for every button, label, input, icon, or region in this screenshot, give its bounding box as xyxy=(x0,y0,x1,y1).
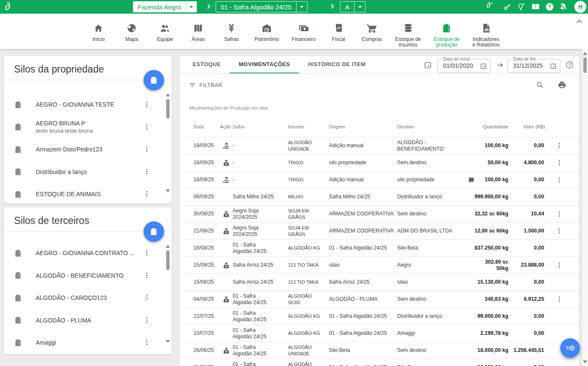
item-menu-button[interactable] xyxy=(146,193,147,195)
row-menu-button[interactable] xyxy=(559,179,560,180)
lightbulb-idea-icon[interactable] xyxy=(516,2,526,12)
notifications-off-icon[interactable] xyxy=(559,2,568,12)
scroll-down-icon[interactable] xyxy=(166,340,170,343)
calendar-icon xyxy=(480,62,487,70)
farm-selector[interactable]: Fazenda Aegro xyxy=(133,1,197,12)
silo-list-item[interactable]: AEGRO - GIOVANNA TESTE xyxy=(4,93,165,116)
table-row[interactable]: 09/09/25 Safra Milho 24/25 MILHO Safra M… xyxy=(179,188,579,205)
chevron-down-icon xyxy=(358,6,362,8)
item-menu-button[interactable] xyxy=(146,275,147,276)
season-selector[interactable]: 01 - Safra Algodão 24/25 xyxy=(216,1,308,12)
item-menu-button[interactable] xyxy=(146,252,147,253)
scroll-up-icon[interactable] xyxy=(166,245,170,248)
table-row[interactable]: 04/08/25 01 - Safra Algodão 24/25 ALGODÃ… xyxy=(179,290,579,308)
comment-flag-icon[interactable] xyxy=(468,177,475,183)
help-icon[interactable]: ? xyxy=(545,2,554,12)
tab-movimentacoes[interactable]: MOVIMENTAÇÕES xyxy=(230,56,299,73)
help-icon[interactable]: ? xyxy=(565,61,574,69)
nav-item-indicadores[interactable]: Indicadores e Relatórios xyxy=(473,23,500,48)
scrollbar-thumb[interactable] xyxy=(166,250,170,270)
silo-list-item[interactable]: Distribuidor a lanço xyxy=(4,161,165,183)
date-end-field[interactable]: Data de fim 31/12/2025 xyxy=(507,59,560,73)
table-row[interactable]: 30/08/25 Aegro Soja 2024/2025 SOJA EM GR… xyxy=(179,205,579,222)
silos-terceiros-card: Silos de terceiros AEGRO - GIOVANNA CONT… xyxy=(3,207,172,354)
scroll-up-icon[interactable] xyxy=(166,93,170,96)
silo-list-item[interactable]: ALGODÃO - BENEFICIAMENTO xyxy=(4,264,165,287)
row-menu-button[interactable] xyxy=(559,264,560,266)
farm-selector-dropdown[interactable] xyxy=(186,1,197,12)
item-menu-button[interactable] xyxy=(146,171,147,172)
table-row[interactable]: 19/08/25 01 - Safra Algodão 24/25 ALGODÃ… xyxy=(179,239,579,256)
wheat-icon xyxy=(226,23,237,34)
date-start-label: Data de início xyxy=(441,56,472,61)
table-row[interactable]: 22/07/25 01 - Safra Algodão 24/25 ALGODÃ… xyxy=(179,308,579,325)
cell-valor: 0,00 xyxy=(508,313,545,320)
nav-item-compras[interactable]: Compras xyxy=(362,23,383,42)
table-row[interactable]: 10/07/25 01 - Safra Algodão 24/25 ALGODÃ… xyxy=(179,325,579,342)
collapse-navbar-icon[interactable] xyxy=(576,20,582,25)
print-icon[interactable] xyxy=(558,81,566,89)
nav-item-safras[interactable]: Safras xyxy=(221,23,242,42)
scrollbar-thumb[interactable] xyxy=(583,58,587,73)
area-selector-dropdown[interactable] xyxy=(354,2,365,12)
row-menu-button[interactable] xyxy=(559,213,560,215)
table-row[interactable]: 21/08/25 Aegro Soja 2024/2025 SOJA EM GR… xyxy=(179,222,579,239)
add-silo-terceiros-button[interactable] xyxy=(144,221,164,242)
row-menu-button[interactable] xyxy=(559,299,560,300)
tab-estoque[interactable]: ESTOQUE xyxy=(184,56,230,73)
nav-item-equipe[interactable]: Equipe xyxy=(155,23,175,42)
area-selector[interactable]: A xyxy=(340,1,366,12)
silo-name: Distribuidor a lanço xyxy=(36,168,87,175)
calendar-shortcut-icon[interactable] xyxy=(424,61,432,69)
season-selector-dropdown[interactable] xyxy=(296,2,307,12)
cell-quantidade: 15.130,00 kg xyxy=(467,279,508,285)
tab-historico-de-item[interactable]: HISTÓRICO DE ITEM xyxy=(299,56,375,73)
cell-destino: ADM DO BRASIL LTDA xyxy=(397,228,467,234)
aegro-plus-icon[interactable]: ∂+ xyxy=(487,1,493,10)
table-row[interactable]: 15/08/25 Safra Arroz 24/25 113 TIO TAKA … xyxy=(179,273,579,290)
item-menu-button[interactable] xyxy=(146,104,147,105)
item-menu-button[interactable] xyxy=(146,148,147,150)
row-menu-button[interactable] xyxy=(559,230,560,232)
silo-list-item[interactable]: ALGODÃO - CAROÇO123 xyxy=(4,287,165,309)
nav-item-mapa[interactable]: Mapa xyxy=(121,23,142,42)
silo-list-item[interactable]: AEGRO - GIOVANNA CONTRATO ... xyxy=(4,242,165,264)
table-row[interactable]: 21/06/25 01 - Safra Algodão 24/25 ALGODÃ… xyxy=(179,359,579,366)
user-avatar[interactable]: H xyxy=(574,1,586,13)
table-row[interactable]: 26/06/25 01 - Safra Algodão 24/25 ALGODÃ… xyxy=(179,342,579,359)
scroll-down-icon[interactable] xyxy=(583,360,587,363)
table-row[interactable]: 19/09/25 - ALGODÃO UNIDADE Adição manual… xyxy=(179,137,579,154)
book-icon[interactable] xyxy=(531,2,540,12)
silo-list-item[interactable]: Armazem Dois/Pedro123 xyxy=(4,138,165,161)
silo-list-item[interactable]: Amaggi xyxy=(4,331,165,353)
silo-list-item[interactable]: AEGRO BRUNA P teste bruna teste bruna xyxy=(4,116,165,139)
new-movement-fab[interactable] xyxy=(560,338,580,358)
scrollbar-thumb[interactable] xyxy=(166,99,170,119)
nav-item-estoque-insumos[interactable]: Estoque de insumos xyxy=(395,23,421,48)
nav-item-areas[interactable]: Áreas xyxy=(188,23,208,42)
item-menu-button[interactable] xyxy=(146,126,147,128)
silo-list-item[interactable]: ALGODÃO - PLUMA xyxy=(4,309,165,332)
scroll-down-icon[interactable] xyxy=(166,189,170,192)
table-row[interactable]: 18/09/25 - TRIGO Adição manual silo prop… xyxy=(179,171,579,188)
item-menu-button[interactable] xyxy=(146,342,147,343)
cell-valor: 0,00 xyxy=(508,177,545,183)
nav-item-financeiro[interactable]: Financeiro xyxy=(292,23,316,42)
table-row[interactable]: 18/09/25 - TRIGO silo propriedade Sem de… xyxy=(179,154,579,171)
nav-item-estoque-producao[interactable]: Estoque de produção xyxy=(434,23,460,48)
row-menu-button[interactable] xyxy=(559,145,560,146)
filter-button[interactable]: FILTRAR xyxy=(189,81,222,89)
add-silo-propriedade-button[interactable] xyxy=(144,70,164,90)
date-start-field[interactable]: Data de início 01/01/2020 xyxy=(438,59,490,73)
key-icon[interactable] xyxy=(503,2,512,12)
item-menu-button[interactable] xyxy=(146,297,147,298)
nav-item-patrimonio[interactable]: Patrimônio xyxy=(254,23,279,42)
row-menu-button[interactable] xyxy=(559,162,560,163)
scroll-up-icon[interactable] xyxy=(583,52,587,55)
nav-item-fiscal[interactable]: Fiscal xyxy=(329,23,349,42)
table-row[interactable]: 15/08/25 Safra Arroz 24/25 113 TIO TAKA … xyxy=(179,256,579,273)
search-icon[interactable] xyxy=(536,81,544,89)
nav-item-inicio[interactable]: Início xyxy=(88,23,109,42)
silo-list-item[interactable]: ESTOQUE DE ANIMAIS xyxy=(4,183,165,203)
item-menu-button[interactable] xyxy=(146,320,147,321)
